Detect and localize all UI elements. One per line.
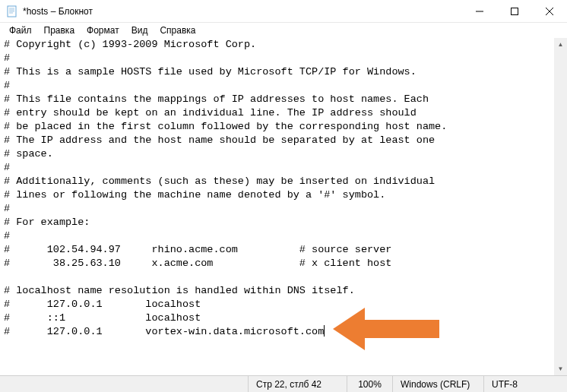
titlebar: *hosts – Блокнот <box>0 0 567 23</box>
maximize-button[interactable] <box>497 0 532 23</box>
menu-view[interactable]: Вид <box>125 24 154 37</box>
scroll-down-button[interactable]: ▼ <box>554 362 567 375</box>
menubar: Файл Правка Формат Вид Справка <box>0 23 567 38</box>
close-button[interactable] <box>532 0 567 23</box>
scroll-up-button[interactable]: ▲ <box>554 38 567 51</box>
menu-file[interactable]: Файл <box>3 24 38 37</box>
window-controls <box>462 0 567 23</box>
window-title: *hosts – Блокнот <box>23 6 462 17</box>
text-cursor <box>324 325 325 337</box>
menu-edit[interactable]: Правка <box>38 24 81 37</box>
svg-rect-6 <box>512 8 518 14</box>
menu-help[interactable]: Справка <box>154 24 201 37</box>
minimize-button[interactable] <box>462 0 497 23</box>
vertical-scrollbar[interactable]: ▲ ▼ <box>554 38 567 375</box>
notepad-icon <box>6 5 18 17</box>
statusbar: Стр 22, стлб 42 100% Windows (CRLF) UTF-… <box>0 375 567 392</box>
status-line-ending: Windows (CRLF) <box>392 376 483 392</box>
menu-format[interactable]: Формат <box>81 24 125 37</box>
status-encoding: UTF-8 <box>483 376 567 392</box>
file-content: # Copyright (c) 1993-2009 Microsoft Corp… <box>4 39 447 337</box>
status-position: Стр 22, стлб 42 <box>248 376 347 392</box>
status-zoom: 100% <box>347 376 392 392</box>
text-area[interactable]: # Copyright (c) 1993-2009 Microsoft Corp… <box>0 38 567 368</box>
